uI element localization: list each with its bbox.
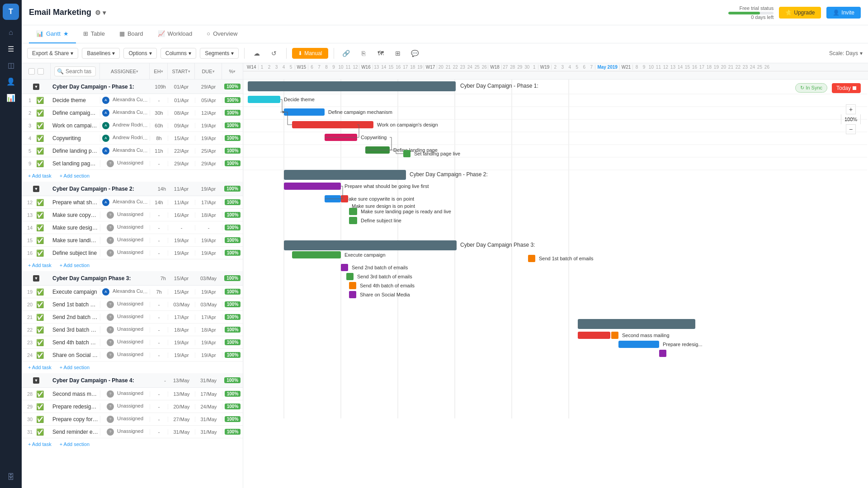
manual-button[interactable]: ⬇ Manual: [292, 48, 328, 59]
task-name-28[interactable]: Second mass mailing: [51, 391, 100, 397]
task-assignee-21[interactable]: ? Unassigned: [100, 314, 150, 321]
grid-icon-btn[interactable]: ⊞: [391, 47, 405, 60]
task-name-14[interactable]: Make sure design is on point: [51, 225, 100, 231]
task-assignee-29[interactable]: ? Unassigned: [100, 403, 150, 410]
task-assignee-20[interactable]: ? Unassigned: [100, 301, 150, 308]
task-assignee-24[interactable]: ? Unassigned: [100, 352, 150, 359]
task-name-2[interactable]: Define campaign mechanism: [51, 110, 100, 116]
section-phase2[interactable]: ▼ Cyber Day Campaign - Phase 2: 14h 11/A…: [22, 182, 243, 196]
add-section-btn-phase4[interactable]: + Add section: [57, 441, 92, 448]
link-icon-btn[interactable]: 🔗: [340, 47, 353, 60]
task-name-3[interactable]: Work on campaign's design: [51, 122, 100, 129]
sidebar-icon-home[interactable]: ⌂: [4, 25, 18, 40]
tab-table[interactable]: ⊞ Table: [76, 25, 112, 43]
task-assignee-4[interactable]: A Andrew Rodrigu...: [100, 135, 150, 142]
task-row-15[interactable]: 15 ✅ Make sure landing page is r... ? Un…: [22, 234, 243, 247]
section-expand-phase2[interactable]: ▼: [22, 186, 51, 192]
task-row-9[interactable]: 9 ✅ Set landing page live ? Unassigned -…: [22, 157, 243, 170]
eh-sort-icon[interactable]: ▾: [161, 69, 163, 74]
task-assignee-14[interactable]: ? Unassigned: [100, 224, 150, 231]
section-phase1[interactable]: ▼ Cyber Day Campaign - Phase 1: 109h 01/…: [22, 80, 243, 94]
baselines-button[interactable]: Baselines ▾: [82, 48, 120, 59]
task-row-28[interactable]: 28 ✅ Second mass mailing ? Unassigned - …: [22, 388, 243, 400]
task-name-16[interactable]: Define subject line: [51, 250, 100, 256]
add-task-btn-phase3[interactable]: + Add task: [25, 364, 54, 371]
task-assignee-12[interactable]: A Alexandra Cuart...: [100, 199, 150, 206]
task-name-1[interactable]: Decide theme: [51, 97, 100, 103]
task-assignee-30[interactable]: ? Unassigned: [100, 416, 150, 423]
columns-button[interactable]: Columns ▾: [160, 48, 196, 59]
add-section-btn-phase1[interactable]: + Add section: [57, 172, 92, 179]
copy-icon-btn[interactable]: ⎘: [357, 47, 370, 60]
task-name-5[interactable]: Define landing page: [51, 148, 100, 154]
task-assignee-31[interactable]: ? Unassigned: [100, 428, 150, 436]
invite-button[interactable]: 👤 Invite: [826, 7, 861, 19]
section-phase3[interactable]: ▼ Cyber Day Campaign Phase 3: 7h 15/Apr …: [22, 271, 243, 286]
task-assignee-23[interactable]: ? Unassigned: [100, 339, 150, 346]
sidebar-icon-tasks[interactable]: ☰: [4, 42, 18, 56]
pct-sort-icon[interactable]: ▾: [233, 69, 236, 74]
sidebar-icon-calendar[interactable]: ◫: [4, 58, 18, 72]
task-name-23[interactable]: Send 4th batch of emails: [51, 339, 100, 346]
task-row-12[interactable]: 12 ✅ Prepare what should be goi... A Ale…: [22, 196, 243, 209]
task-name-4[interactable]: Copywriting: [51, 135, 100, 141]
task-name-13[interactable]: Make sure copywrite is on ...: [51, 212, 100, 218]
options-button[interactable]: Options ▾: [123, 48, 156, 59]
settings-icon[interactable]: ⚙ ▾: [95, 9, 106, 16]
task-name-19[interactable]: Execute campaign: [51, 289, 100, 295]
start-sort-icon[interactable]: ▾: [188, 69, 190, 74]
task-row-29[interactable]: 29 ✅ Prepare redesign for remin... ? Una…: [22, 400, 243, 413]
tab-workload[interactable]: 📈 Workload: [151, 25, 200, 43]
task-assignee-19[interactable]: A Alexandra Cuart...: [100, 288, 150, 296]
task-row-24[interactable]: 24 ✅ Share on Social Media ? Unassigned …: [22, 349, 243, 361]
chat-icon-btn[interactable]: 💬: [408, 47, 422, 60]
add-task-btn-phase1[interactable]: + Add task: [25, 172, 54, 179]
section-expand-phase3[interactable]: ▼: [22, 275, 51, 282]
task-name-29[interactable]: Prepare redesign for remin...: [51, 404, 100, 410]
task-row-16[interactable]: 16 ✅ Define subject line ? Unassigned - …: [22, 247, 243, 259]
cloud-icon-btn[interactable]: ☁: [250, 47, 264, 60]
task-row-30[interactable]: 30 ✅ Prepare copy for reminder ? Unassig…: [22, 413, 243, 426]
due-sort-icon[interactable]: ▾: [212, 69, 215, 74]
task-name-30[interactable]: Prepare copy for reminder: [51, 416, 100, 422]
sidebar-icon-users[interactable]: 👤: [4, 74, 18, 89]
task-name-22[interactable]: Send 3rd batch of emails: [51, 327, 100, 333]
segments-button[interactable]: Segments ▾: [200, 48, 239, 59]
task-row-4[interactable]: 4 ✅ Copywriting A Andrew Rodrigu... 8h 1…: [22, 132, 243, 145]
tab-gantt[interactable]: 📊 Gantt ★: [29, 25, 76, 43]
undo-icon-btn[interactable]: ↺: [267, 47, 281, 60]
task-assignee-9[interactable]: ? Unassigned: [100, 160, 150, 167]
task-row-13[interactable]: 13 ✅ Make sure copywrite is on ... ? Una…: [22, 209, 243, 221]
task-row-3[interactable]: 3 ✅ Work on campaign's design A Andrew R…: [22, 119, 243, 132]
task-row-20[interactable]: 20 ✅ Send 1st batch of emails ? Unassign…: [22, 298, 243, 311]
add-task-btn-phase4[interactable]: + Add task: [25, 441, 54, 448]
task-row-23[interactable]: 23 ✅ Send 4th batch of emails ? Unassign…: [22, 336, 243, 349]
upgrade-button[interactable]: ⭐ Upgrade: [779, 7, 821, 19]
task-assignee-13[interactable]: ? Unassigned: [100, 211, 150, 219]
task-assignee-22[interactable]: ? Unassigned: [100, 326, 150, 333]
task-row-5[interactable]: 5 ✅ Define landing page A Alexandra Cuar…: [22, 145, 243, 157]
task-row-14[interactable]: 14 ✅ Make sure design is on point ? Unas…: [22, 221, 243, 234]
task-name-9[interactable]: Set landing page live: [51, 160, 100, 167]
task-assignee-5[interactable]: A Alexandra Cuart...: [100, 147, 150, 155]
add-section-btn-phase2[interactable]: + Add section: [57, 262, 92, 269]
sidebar-icon-reports[interactable]: 📊: [4, 90, 18, 105]
task-name-12[interactable]: Prepare what should be goi...: [51, 199, 100, 206]
section-phase4[interactable]: ▼ Cyber Day Campaign - Phase 4: - 13/May…: [22, 373, 243, 388]
sidebar-icon-database[interactable]: 🗄: [4, 470, 18, 484]
task-row-21[interactable]: 21 ✅ Send 2nd batch of emails ? Unassign…: [22, 311, 243, 324]
task-row-1[interactable]: 1 ✅ Decide theme A Alexandra Cuart... - …: [22, 94, 243, 107]
tab-board[interactable]: ▦ Board: [112, 25, 151, 43]
task-name-20[interactable]: Send 1st batch of emails: [51, 301, 100, 308]
task-assignee-16[interactable]: ? Unassigned: [100, 249, 150, 257]
task-row-19[interactable]: 19 ✅ Execute campaign A Alexandra Cuart.…: [22, 286, 243, 298]
task-assignee-1[interactable]: A Alexandra Cuart...: [100, 97, 150, 104]
section-expand-phase4[interactable]: ▼: [22, 377, 51, 384]
map-icon-btn[interactable]: 🗺: [374, 47, 387, 60]
task-name-31[interactable]: Send reminder emails: [51, 429, 100, 435]
task-name-15[interactable]: Make sure landing page is r...: [51, 237, 100, 244]
task-name-21[interactable]: Send 2nd batch of emails: [51, 314, 100, 320]
export-button[interactable]: Export & Share ▾: [27, 48, 78, 59]
task-assignee-28[interactable]: ? Unassigned: [100, 390, 150, 398]
task-row-2[interactable]: 2 ✅ Define campaign mechanism A Alexandr…: [22, 107, 243, 119]
